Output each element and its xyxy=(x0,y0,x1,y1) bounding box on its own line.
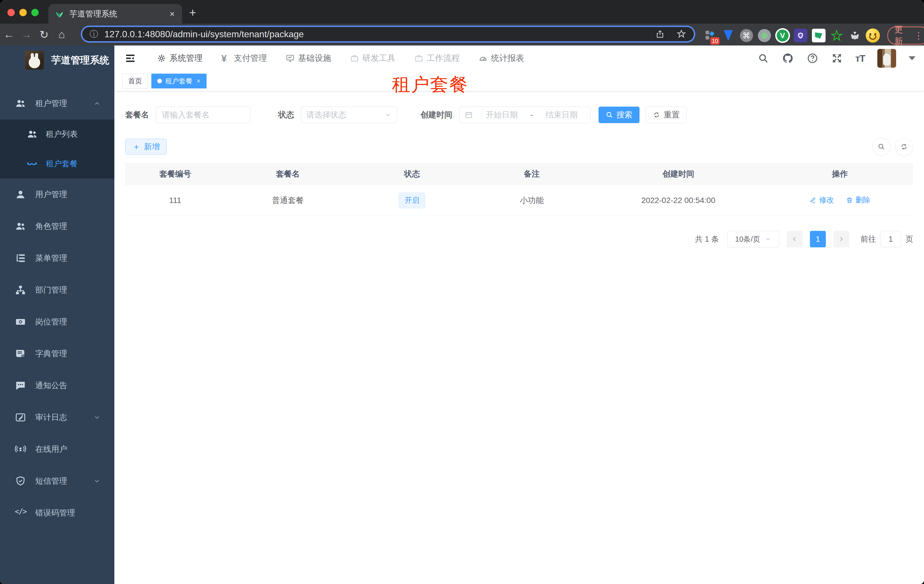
goto-page-input[interactable] xyxy=(881,231,901,247)
extension-chat-icon[interactable] xyxy=(811,28,826,43)
sidebar-item-errorcode-management[interactable]: </> 错误码管理 xyxy=(0,497,114,529)
current-page-button[interactable]: 1 xyxy=(810,231,826,247)
url-bar[interactable]: ⓘ 127.0.0.1:48080/admin-ui/system/tenant… xyxy=(81,26,695,43)
extension-shield-icon[interactable] xyxy=(793,28,808,43)
tag-tenant-package[interactable]: 租户套餐 × xyxy=(151,74,206,89)
sidebar-item-menu-management[interactable]: 菜单管理 xyxy=(0,242,114,274)
tree-list-icon xyxy=(15,252,26,264)
sidebar-item-tenant-list[interactable]: 租户列表 xyxy=(0,119,114,149)
page-size-select[interactable]: 10条/页 xyxy=(728,231,779,247)
tag-home[interactable]: 首页 xyxy=(122,74,148,89)
extension-star-icon[interactable] xyxy=(829,28,844,43)
chrome-update-menu-button[interactable]: 更新 ⋮ xyxy=(887,26,924,44)
status-badge[interactable]: 开启 xyxy=(399,192,425,209)
sidebar-item-online-users[interactable]: 在线用户 xyxy=(0,433,114,465)
sidebar-item-tenant-management[interactable]: 租户管理 xyxy=(0,87,114,119)
search-icon[interactable] xyxy=(757,53,769,64)
extension-status-icon[interactable] xyxy=(757,28,772,43)
sidebar-item-post-management[interactable]: 岗位管理 xyxy=(0,306,114,338)
site-info-icon[interactable]: ⓘ xyxy=(90,28,98,40)
col-package-id: 套餐编号 xyxy=(125,163,225,185)
back-button[interactable]: ← xyxy=(0,28,18,41)
goto-label: 前往 xyxy=(861,234,876,244)
sidebar-item-dict-management[interactable]: 字典管理 xyxy=(0,338,114,370)
total-count: 共 1 条 xyxy=(695,234,719,244)
nav-item-devtools[interactable]: 研发工具 xyxy=(350,53,396,64)
sidebar-item-user-management[interactable]: 用户管理 xyxy=(0,179,114,211)
fullscreen-icon[interactable] xyxy=(831,52,843,64)
url-text[interactable]: 127.0.0.1:48080/admin-ui/system/tenant/p… xyxy=(104,29,655,39)
sidebar-item-dept-management[interactable]: 部门管理 xyxy=(0,274,114,306)
col-created: 创建时间 xyxy=(590,163,766,185)
font-size-icon[interactable]: тT xyxy=(855,53,865,64)
zoom-window-button[interactable] xyxy=(31,9,39,16)
refresh-icon xyxy=(900,143,908,151)
app-header: 系统管理 ¥ 支付管理 基础设施 研发工具 xyxy=(114,46,924,71)
top-nav: 系统管理 ¥ 支付管理 基础设施 研发工具 xyxy=(157,53,524,64)
next-page-button[interactable] xyxy=(833,231,849,247)
search-button[interactable]: 搜索 xyxy=(599,107,640,123)
monitor-icon xyxy=(285,54,295,63)
cell-actions: 修改 删除 xyxy=(767,185,913,216)
tab-close-icon[interactable]: × xyxy=(168,9,176,19)
calendar-icon xyxy=(465,110,473,119)
briefcase-icon xyxy=(414,54,423,63)
add-button[interactable]: ＋ 新增 xyxy=(125,139,167,155)
avatar-caret-icon[interactable] xyxy=(909,56,916,60)
date-range-picker[interactable]: 开始日期 - 结束日期 xyxy=(459,107,591,123)
package-name-label: 套餐名 xyxy=(125,109,149,120)
table-mini-buttons xyxy=(872,138,913,156)
pencil-icon xyxy=(809,196,817,204)
date-start-placeholder[interactable]: 开始日期 xyxy=(478,109,525,120)
sidebar-item-audit-log[interactable]: 审计日志 xyxy=(0,401,114,433)
share-icon[interactable] xyxy=(655,29,665,39)
extension-blocks-icon[interactable]: 10 xyxy=(703,28,718,43)
sidebar-item-tenant-package[interactable]: 租户套餐 xyxy=(0,149,114,179)
extension-puzzle-icon[interactable] xyxy=(847,28,862,43)
delete-link[interactable]: 删除 xyxy=(846,195,870,205)
extension-smiley-icon[interactable] xyxy=(865,28,880,43)
bookmark-star-icon[interactable] xyxy=(676,29,686,39)
nav-item-system[interactable]: 系统管理 xyxy=(157,53,203,64)
new-tab-button[interactable]: + xyxy=(189,6,196,19)
reload-button[interactable]: ↻ xyxy=(35,28,53,41)
hide-search-button[interactable] xyxy=(872,138,891,156)
extension-gem-icon[interactable] xyxy=(721,28,736,43)
minimize-window-button[interactable] xyxy=(19,9,27,16)
github-icon[interactable] xyxy=(782,52,794,64)
sidebar-menu: 租户管理 租户列表 租户套餐 用户管理 xyxy=(0,87,114,529)
home-button[interactable]: ⌂ xyxy=(53,28,71,41)
table-row: 111 普通套餐 开启 小功能 2022-02-22 00:54:00 修改 xyxy=(125,185,913,216)
col-actions: 操作 xyxy=(767,163,913,185)
chevron-left-icon xyxy=(791,235,798,243)
sidebar-item-role-management[interactable]: 角色管理 xyxy=(0,211,114,242)
help-icon[interactable] xyxy=(807,52,818,64)
sidebar-fold-icon[interactable] xyxy=(124,52,137,64)
sidebar-item-notice[interactable]: 通知公告 xyxy=(0,370,114,401)
nav-item-workflow[interactable]: 工作流程 xyxy=(414,53,460,64)
date-end-placeholder[interactable]: 结束日期 xyxy=(538,109,585,120)
nav-item-report[interactable]: 统计报表 xyxy=(478,53,524,64)
package-name-input[interactable] xyxy=(156,107,250,123)
close-window-button[interactable] xyxy=(7,9,15,16)
col-remark: 备注 xyxy=(474,163,590,185)
extension-command-icon[interactable]: ⌘ xyxy=(739,28,754,43)
tag-close-icon[interactable]: × xyxy=(196,77,201,85)
extension-v-icon[interactable]: V xyxy=(775,28,790,43)
search-icon xyxy=(606,111,613,118)
cell-package-name: 普通套餐 xyxy=(225,185,350,216)
refresh-table-button[interactable] xyxy=(895,138,913,156)
edit-link[interactable]: 修改 xyxy=(809,195,834,205)
user-avatar[interactable] xyxy=(877,49,896,67)
nav-item-infrastructure[interactable]: 基础设施 xyxy=(285,53,331,64)
forward-button[interactable]: → xyxy=(18,28,35,41)
sidebar-logo[interactable]: 芋道管理系统 xyxy=(0,46,114,75)
browser-tab[interactable]: 芋道管理系统 × xyxy=(48,4,182,24)
nav-item-payment[interactable]: ¥ 支付管理 xyxy=(221,53,267,64)
update-label: 更新 xyxy=(894,24,910,47)
prev-page-button[interactable] xyxy=(787,231,802,247)
cell-created: 2022-02-22 00:54:00 xyxy=(590,185,766,216)
status-select[interactable]: 请选择状态 xyxy=(301,107,397,123)
reset-button[interactable]: 重置 xyxy=(646,107,687,123)
sidebar-item-sms-management[interactable]: 短信管理 xyxy=(0,465,114,497)
